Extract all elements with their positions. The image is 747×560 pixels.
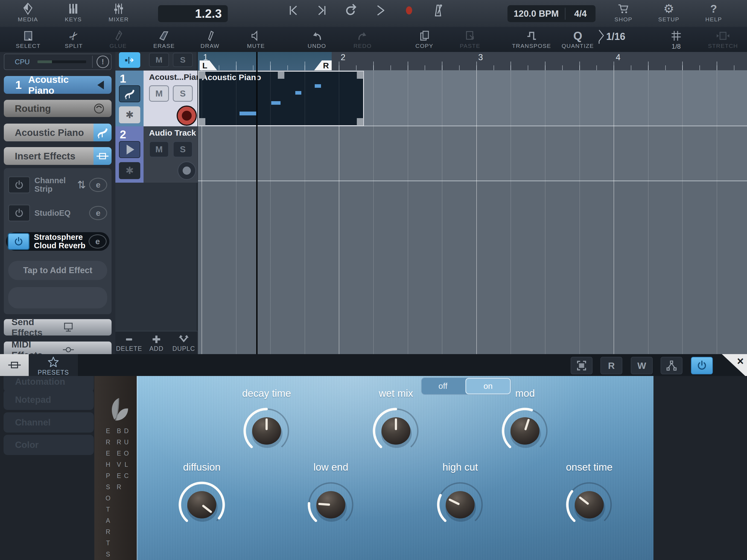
track-row-2[interactable]: 2 ✱ Audio Track 2 M S bbox=[115, 126, 198, 183]
empty-effect-slot[interactable] bbox=[8, 287, 107, 308]
resize-handle[interactable] bbox=[357, 71, 363, 79]
tap-to-add-effect[interactable]: Tap to Add Effect bbox=[8, 261, 107, 280]
mute-button[interactable]: M bbox=[149, 85, 169, 102]
cpu-meter-bar bbox=[37, 60, 86, 63]
delete-track-button[interactable]: DELETE bbox=[115, 331, 143, 354]
playhead[interactable] bbox=[256, 52, 258, 354]
resize-handle[interactable] bbox=[199, 71, 205, 79]
edit-effect-button[interactable]: e bbox=[89, 178, 107, 192]
midi-note[interactable] bbox=[295, 91, 301, 95]
close-panel-button[interactable]: × bbox=[722, 354, 747, 378]
send-effects-section[interactable]: Send Effects bbox=[4, 319, 111, 335]
knob-high-cut[interactable]: high cut bbox=[419, 462, 501, 534]
record-arm-button[interactable] bbox=[177, 161, 196, 180]
solo-button[interactable]: S bbox=[173, 141, 193, 157]
loop-button[interactable] bbox=[342, 3, 360, 18]
copy-button[interactable]: COPY bbox=[415, 29, 433, 49]
transpose-button[interactable]: TRANSPOSE bbox=[512, 29, 551, 49]
grid-resolution[interactable]: 1/8 bbox=[670, 29, 682, 50]
knob-mod[interactable]: mod bbox=[484, 388, 566, 460]
power-button[interactable] bbox=[8, 176, 30, 193]
resize-handle[interactable] bbox=[278, 71, 284, 79]
knob-decay-time[interactable]: decay time bbox=[226, 388, 308, 460]
toggle-on-label[interactable]: on bbox=[465, 378, 511, 394]
knob-wet-mix[interactable]: wet mix bbox=[355, 388, 437, 460]
timeline[interactable]: 1 2 3 4 L R Acoustic Piano bbox=[198, 52, 747, 354]
split-tool[interactable]: ✂ SPLIT bbox=[65, 29, 83, 49]
setup-button[interactable]: ⚙ SETUP bbox=[658, 2, 679, 23]
record-button[interactable] bbox=[400, 3, 418, 18]
track-selector[interactable]: 1 Acoustic Piano bbox=[4, 76, 111, 94]
freeze-button[interactable]: ✱ bbox=[119, 162, 140, 179]
knob-onset-time[interactable]: onset time bbox=[548, 462, 630, 534]
tab-presets[interactable]: PRESETS bbox=[29, 354, 78, 376]
shop-button[interactable]: SHOP bbox=[614, 2, 633, 23]
duplicate-track-button[interactable]: DUPLC bbox=[170, 331, 198, 354]
midi-clip[interactable]: Acoustic Piano bbox=[198, 71, 364, 126]
edit-effect-button[interactable]: e bbox=[89, 206, 107, 220]
resize-handle[interactable] bbox=[199, 118, 205, 126]
toggle-off-label[interactable]: off bbox=[421, 377, 465, 395]
resize-handle[interactable] bbox=[357, 118, 363, 126]
master-solo-button[interactable]: S bbox=[173, 53, 193, 67]
select-tool[interactable]: SELECT bbox=[16, 29, 41, 49]
instrument-edit-button[interactable] bbox=[94, 124, 111, 142]
knob-diffusion[interactable]: diffusion bbox=[161, 462, 243, 534]
midi-note[interactable] bbox=[315, 84, 321, 88]
effect-power-button[interactable] bbox=[691, 357, 713, 374]
instrument-button[interactable] bbox=[119, 85, 140, 102]
media-button[interactable]: MEDIA bbox=[18, 2, 38, 23]
knob-low-end[interactable]: low end bbox=[290, 462, 372, 534]
time-display[interactable]: 1.2.3 bbox=[158, 5, 228, 22]
effect-slot-studioeq[interactable]: StudioEQ e bbox=[8, 204, 107, 222]
skip-end-button[interactable] bbox=[313, 3, 331, 18]
draw-tool[interactable]: DRAW bbox=[200, 29, 219, 49]
track-header[interactable]: Audio Track 2 M S bbox=[144, 126, 198, 183]
glue-tool[interactable]: GLUE bbox=[109, 29, 127, 49]
mute-button[interactable]: M bbox=[149, 141, 169, 157]
midi-note[interactable] bbox=[239, 111, 256, 116]
alert-icon[interactable]: ! bbox=[97, 55, 109, 68]
effect-slot-stratosphere[interactable]: Stratosphere Cloud Reverb e bbox=[6, 232, 109, 251]
automation-write-button[interactable]: W bbox=[631, 357, 653, 374]
power-button[interactable] bbox=[8, 233, 29, 250]
midi-note[interactable] bbox=[271, 101, 281, 105]
master-mute-button[interactable]: M bbox=[149, 53, 169, 67]
track-row-1[interactable]: 1 ✱ Acoust...Piano M S bbox=[115, 71, 198, 126]
automation-read-button[interactable]: R bbox=[600, 357, 622, 374]
add-track-button[interactable]: ADD bbox=[143, 331, 170, 354]
timeline-ruler[interactable]: 1 2 3 4 L R bbox=[198, 52, 747, 70]
insert-effects-button[interactable] bbox=[94, 147, 111, 165]
effect-on-off-toggle[interactable]: off on bbox=[421, 377, 511, 395]
tempo-display[interactable]: 120.0 BPM 4/4 bbox=[508, 5, 595, 22]
paste-button[interactable]: PASTE bbox=[460, 29, 481, 49]
insert-effects-label[interactable]: Insert Effects bbox=[4, 147, 94, 165]
effect-slot-channel-strip[interactable]: Channel Strip ⇅ e bbox=[8, 176, 107, 194]
fullscreen-button[interactable] bbox=[571, 357, 593, 374]
power-button[interactable] bbox=[8, 205, 30, 222]
undo-button[interactable]: UNDO bbox=[308, 29, 326, 49]
record-arm-button[interactable] bbox=[177, 105, 197, 126]
mute-tool[interactable]: MUTE bbox=[247, 29, 265, 49]
mixer-button[interactable]: MIXER bbox=[108, 2, 129, 23]
instrument-name[interactable]: Acoustic Piano bbox=[4, 124, 94, 142]
metronome-button[interactable] bbox=[429, 3, 447, 18]
keys-button[interactable]: KEYS bbox=[65, 2, 82, 23]
erase-tool[interactable]: ERASE bbox=[153, 29, 175, 49]
track-header[interactable]: Acoust...Piano M S bbox=[144, 71, 198, 126]
audio-track-button[interactable] bbox=[119, 141, 140, 158]
skip-start-button[interactable] bbox=[284, 3, 302, 18]
edit-effect-button[interactable]: e bbox=[88, 234, 107, 249]
tab-insert-effect[interactable] bbox=[0, 354, 29, 376]
redo-button[interactable]: REDO bbox=[354, 29, 372, 49]
routing-button[interactable] bbox=[661, 357, 682, 374]
gear-icon: ⚙ bbox=[658, 2, 679, 16]
quantize-value[interactable]: 1/16 bbox=[589, 29, 633, 44]
play-button[interactable] bbox=[371, 3, 389, 18]
auto-scroll-button[interactable] bbox=[119, 52, 140, 68]
solo-button[interactable]: S bbox=[173, 85, 193, 102]
routing-section[interactable]: Routing bbox=[4, 100, 111, 117]
freeze-button[interactable]: ✱ bbox=[119, 106, 140, 123]
stretch-tool[interactable]: STRETCH bbox=[708, 29, 738, 49]
help-button[interactable]: ? HELP bbox=[705, 2, 722, 23]
